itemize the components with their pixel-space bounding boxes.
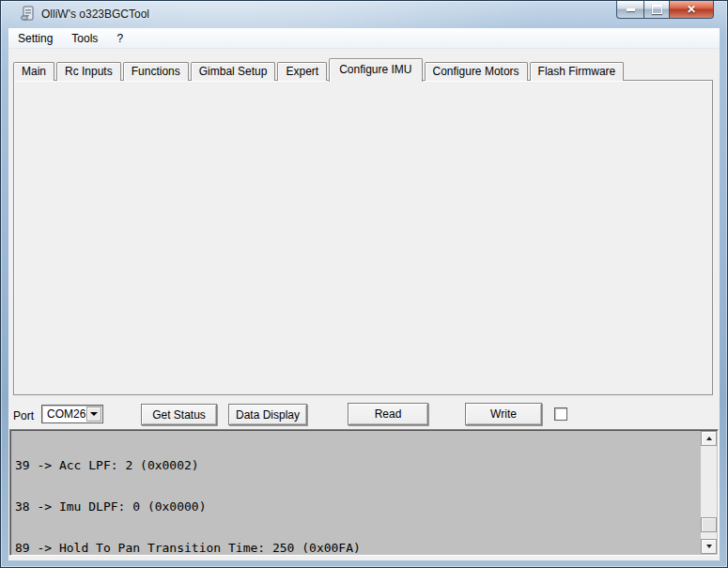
chevron-down-icon	[90, 412, 98, 416]
console-text: 39 -> Acc LPF: 2 (0x0002) 38 -> Imu DLPF…	[15, 432, 361, 568]
write-option-checkbox[interactable]	[554, 407, 567, 421]
scrollbar-thumb[interactable]	[701, 517, 717, 532]
minimize-button[interactable]	[616, 1, 643, 19]
tab-functions[interactable]: Functions	[123, 62, 189, 81]
tab-rc-inputs[interactable]: Rc Inputs	[56, 62, 121, 81]
tab-flash-firmware[interactable]: Flash Firmware	[530, 62, 625, 81]
console-line: 38 -> Imu DLPF: 0 (0x0000)	[15, 500, 361, 514]
console-line: 39 -> Acc LPF: 2 (0x0002)	[15, 459, 361, 473]
tab-expert[interactable]: Expert	[277, 62, 327, 81]
menu-tools[interactable]: Tools	[62, 29, 107, 48]
menu-bar: Setting Tools ?	[8, 28, 720, 49]
maximize-icon	[652, 5, 662, 14]
close-button[interactable]: ✕	[670, 1, 714, 19]
app-icon	[21, 6, 36, 22]
tab-strip: Main Rc Inputs Functions Gimbal Setup Ex…	[13, 58, 626, 81]
arrow-up-icon	[706, 437, 712, 440]
tab-configure-motors[interactable]: Configure Motors	[425, 62, 528, 81]
console-scrollbar[interactable]	[701, 431, 717, 554]
data-display-button[interactable]: Data Display	[228, 404, 307, 425]
read-button[interactable]: Read	[348, 403, 428, 425]
tab-main[interactable]: Main	[13, 62, 54, 81]
get-status-button[interactable]: Get Status	[141, 404, 217, 425]
menu-help[interactable]: ?	[107, 29, 132, 48]
port-value: COM26	[47, 407, 85, 421]
window-title: OlliW's o323BGCTool	[41, 8, 149, 21]
console-output[interactable]: 39 -> Acc LPF: 2 (0x0002) 38 -> Imu DLPF…	[9, 429, 719, 556]
app-window: { "window": { "title": "OlliW's o323BGCT…	[0, 0, 728, 568]
port-dropdown-button[interactable]	[86, 407, 101, 422]
port-select[interactable]: COM26	[41, 405, 103, 423]
write-button[interactable]: Write	[465, 403, 542, 425]
tab-configure-imu[interactable]: Configure IMU	[329, 58, 422, 82]
minimize-icon	[627, 8, 635, 11]
port-label: Port	[13, 409, 34, 422]
configure-imu-panel	[13, 80, 713, 395]
tab-gimbal-setup[interactable]: Gimbal Setup	[191, 62, 276, 81]
arrow-down-icon	[706, 545, 712, 548]
console-line: 89 -> Hold To Pan Transition Time: 250 (…	[15, 542, 361, 556]
scroll-up-button[interactable]	[701, 431, 717, 446]
close-icon: ✕	[687, 3, 696, 16]
maximize-button[interactable]	[643, 1, 670, 19]
window-controls: ✕	[616, 1, 714, 19]
scroll-down-button[interactable]	[701, 539, 717, 554]
menu-setting[interactable]: Setting	[8, 29, 62, 48]
